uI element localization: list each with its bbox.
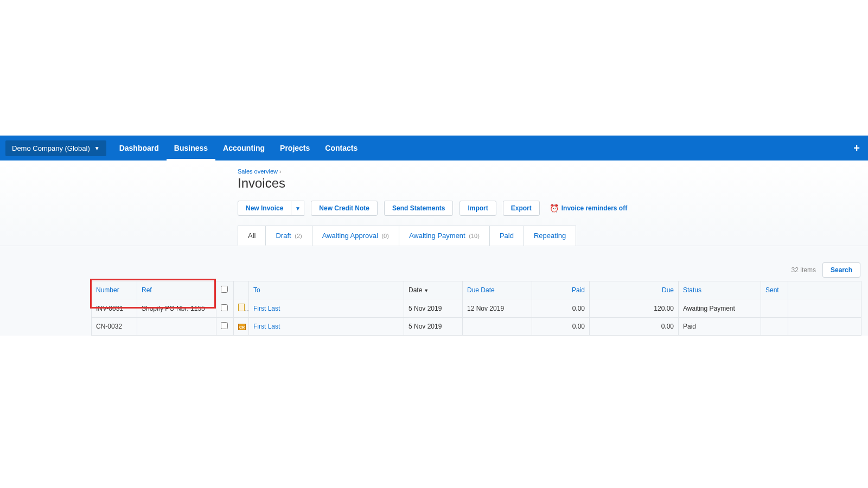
select-all-checkbox[interactable] <box>221 286 228 293</box>
cell-status: Paid <box>679 318 761 336</box>
cell-date: 5 Nov 2019 <box>404 318 463 336</box>
page-area: Sales overview › Invoices New Invoice ▼ … <box>0 160 868 336</box>
cell-type-icon: CR <box>234 318 249 336</box>
caret-down-icon: ▼ <box>94 145 100 151</box>
table-row[interactable]: INV-0031 Shopify PO Nbr: 1155 First Last… <box>92 299 861 318</box>
contact-link[interactable]: First Last <box>253 323 280 330</box>
clock-icon: ⏰ <box>550 204 559 213</box>
nav-business[interactable]: Business <box>167 136 215 160</box>
tab-count: (0) <box>381 233 388 239</box>
tab-paid[interactable]: Paid <box>489 226 524 246</box>
col-due-date[interactable]: Due Date <box>463 281 532 299</box>
cell-type-icon <box>234 299 249 318</box>
invoice-doc-icon <box>238 304 245 311</box>
tab-awaiting-payment[interactable]: Awaiting Payment (10) <box>399 226 490 246</box>
row-checkbox[interactable] <box>221 304 228 311</box>
send-statements-button[interactable]: Send Statements <box>384 201 453 216</box>
cell-due: 0.00 <box>590 318 679 336</box>
sort-desc-icon: ▼ <box>424 288 429 293</box>
cell-paid: 0.00 <box>532 299 590 318</box>
col-status[interactable]: Status <box>679 281 761 299</box>
cell-date: 5 Nov 2019 <box>404 299 463 318</box>
tab-label: Awaiting Payment <box>409 232 465 240</box>
cell-due: 120.00 <box>590 299 679 318</box>
tab-label: Repeating <box>534 232 566 240</box>
col-date[interactable]: Date▼ <box>404 281 463 299</box>
divider <box>0 246 868 246</box>
col-due[interactable]: Due <box>590 281 679 299</box>
col-type-icon <box>234 281 249 299</box>
breadcrumb: Sales overview › <box>238 168 861 175</box>
col-date-label: Date <box>409 286 422 294</box>
nav-accounting[interactable]: Accounting <box>215 136 272 160</box>
col-number[interactable]: Number <box>92 281 137 299</box>
col-ref[interactable]: Ref <box>137 281 216 299</box>
invoice-table-wrap: 32 items Search Number Ref To Date▼ Due … <box>91 262 861 336</box>
import-button[interactable]: Import <box>459 201 496 216</box>
cell-due-date: 12 Nov 2019 <box>463 299 532 318</box>
nav-contacts[interactable]: Contacts <box>317 136 365 160</box>
cell-checkbox[interactable] <box>216 299 234 318</box>
tab-repeating[interactable]: Repeating <box>524 226 576 246</box>
col-sent[interactable]: Sent <box>761 281 788 299</box>
cell-ref: Shopify PO Nbr: 1155 <box>137 299 216 318</box>
tab-draft[interactable]: Draft (2) <box>265 226 312 246</box>
action-bar: New Invoice ▼ New Credit Note Send State… <box>238 201 861 216</box>
new-invoice-dropdown[interactable]: ▼ <box>291 201 304 216</box>
breadcrumb-separator: › <box>279 168 282 175</box>
cell-paid: 0.00 <box>532 318 590 336</box>
page-title: Invoices <box>238 176 861 191</box>
cell-number: CN-0032 <box>92 318 137 336</box>
credit-note-icon: CR <box>238 324 246 330</box>
contact-link[interactable]: First Last <box>253 305 280 312</box>
cell-checkbox[interactable] <box>216 318 234 336</box>
col-tail <box>788 281 861 299</box>
nav-projects[interactable]: Projects <box>272 136 317 160</box>
row-checkbox[interactable] <box>221 322 228 329</box>
col-paid[interactable]: Paid <box>532 281 590 299</box>
org-name: Demo Company (Global) <box>12 144 90 152</box>
tab-count: (2) <box>295 233 302 239</box>
invoice-reminders-link[interactable]: ⏰ Invoice reminders off <box>550 204 627 213</box>
tab-label: All <box>248 232 256 240</box>
export-button[interactable]: Export <box>503 201 540 216</box>
cell-to: First Last <box>249 318 404 336</box>
tab-label: Awaiting Approval <box>322 232 378 240</box>
search-button[interactable]: Search <box>822 262 860 278</box>
item-count: 32 items <box>792 266 816 274</box>
new-invoice-button[interactable]: New Invoice <box>238 201 291 216</box>
new-credit-note-button[interactable]: New Credit Note <box>311 201 378 216</box>
org-selector[interactable]: Demo Company (Global) ▼ <box>5 140 106 156</box>
quick-create-icon[interactable]: + <box>853 142 860 155</box>
new-invoice-split: New Invoice ▼ <box>238 201 304 216</box>
invoice-tabs: All Draft (2) Awaiting Approval (0) Awai… <box>238 226 861 246</box>
table-header-row: Number Ref To Date▼ Due Date Paid Due St… <box>92 281 861 299</box>
col-to[interactable]: To <box>249 281 404 299</box>
tab-label: Paid <box>500 232 514 240</box>
tab-count: (10) <box>469 233 480 239</box>
reminders-label: Invoice reminders off <box>561 204 627 212</box>
cell-tail <box>788 318 861 336</box>
tab-label: Draft <box>276 232 291 240</box>
nav-dashboard[interactable]: Dashboard <box>112 136 167 160</box>
top-nav-bar: Demo Company (Global) ▼ Dashboard Busine… <box>0 136 868 160</box>
breadcrumb-parent[interactable]: Sales overview <box>238 168 278 175</box>
cell-sent <box>761 318 788 336</box>
cell-number: INV-0031 <box>92 299 137 318</box>
cell-due-date <box>463 318 532 336</box>
tab-all[interactable]: All <box>238 226 266 246</box>
cell-ref <box>137 318 216 336</box>
invoice-table: Number Ref To Date▼ Due Date Paid Due St… <box>91 281 861 336</box>
tab-awaiting-approval[interactable]: Awaiting Approval (0) <box>312 226 399 246</box>
cell-to: First Last <box>249 299 404 318</box>
cell-status: Awaiting Payment <box>679 299 761 318</box>
cell-tail <box>788 299 861 318</box>
table-toolbar: 32 items Search <box>91 262 861 278</box>
table-row[interactable]: CN-0032 CR First Last 5 Nov 2019 0.00 0.… <box>92 318 861 336</box>
cell-sent <box>761 299 788 318</box>
col-checkbox[interactable] <box>216 281 234 299</box>
